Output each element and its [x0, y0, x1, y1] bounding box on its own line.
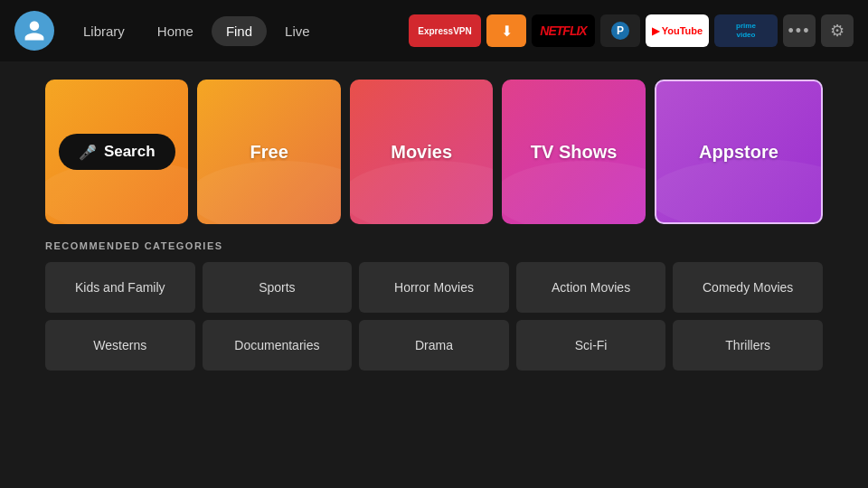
categories-section: RECOMMENDED CATEGORIES Kids and FamilySp… — [0, 235, 868, 371]
prime-label: primevideo — [736, 22, 756, 39]
peacock-icon: P — [609, 20, 631, 42]
header: Library Home Find Live ExpressVPN ⬇ NETF… — [0, 0, 868, 61]
category-btn[interactable]: Comedy Movies — [673, 262, 823, 313]
category-btn[interactable]: Kids and Family — [45, 262, 195, 313]
nav-live[interactable]: Live — [270, 16, 325, 46]
tile-tvshows-label: TV Shows — [531, 142, 618, 163]
categories-grid: Kids and FamilySportsHorror MoviesAction… — [45, 262, 823, 371]
nav-bar: Library Home Find Live — [69, 16, 325, 46]
netflix-label: NETFLIX — [540, 23, 586, 38]
mic-icon: 🎤 — [79, 144, 97, 161]
app-shortcuts: ExpressVPN ⬇ NETFLIX P ▶ YouTube primevi… — [409, 14, 854, 47]
tile-appstore[interactable]: Appstore — [655, 80, 823, 224]
settings-button[interactable]: ⚙ — [821, 14, 854, 47]
tile-movies-label: Movies — [391, 142, 452, 163]
category-btn[interactable]: Drama — [359, 320, 509, 371]
avatar[interactable] — [14, 11, 54, 51]
search-label: Search — [104, 143, 156, 161]
downloader-icon: ⬇ — [501, 23, 513, 40]
youtube-label: ▶ YouTube — [652, 25, 703, 37]
downloader-button[interactable]: ⬇ — [486, 14, 526, 47]
more-button[interactable]: ••• — [783, 14, 816, 47]
expressvpn-button[interactable]: ExpressVPN — [409, 14, 481, 47]
tile-free[interactable]: Free — [197, 80, 340, 224]
svg-text:P: P — [617, 24, 624, 37]
expressvpn-label: ExpressVPN — [418, 26, 471, 36]
category-btn[interactable]: Sci-Fi — [516, 320, 666, 371]
tiles-row: 🎤 Search Free Movies TV Shows Appstore — [45, 80, 823, 224]
category-btn[interactable]: Horror Movies — [359, 262, 509, 313]
nav-library[interactable]: Library — [69, 16, 139, 46]
tile-appstore-label: Appstore — [699, 142, 778, 163]
search-button[interactable]: 🎤 Search — [59, 134, 175, 170]
prime-button[interactable]: primevideo — [714, 14, 778, 47]
peacock-button[interactable]: P — [600, 14, 640, 47]
tile-free-label: Free — [250, 142, 288, 163]
category-btn[interactable]: Thrillers — [673, 320, 823, 371]
tile-search[interactable]: 🎤 Search — [45, 80, 188, 224]
category-btn[interactable]: Documentaries — [203, 320, 353, 371]
youtube-button[interactable]: ▶ YouTube — [646, 14, 709, 47]
main-content: 🎤 Search Free Movies TV Shows Appstore — [0, 61, 868, 235]
category-btn[interactable]: Action Movies — [516, 262, 666, 313]
netflix-button[interactable]: NETFLIX — [532, 14, 595, 47]
nav-home[interactable]: Home — [143, 16, 208, 46]
category-btn[interactable]: Sports — [203, 262, 353, 313]
section-title: RECOMMENDED CATEGORIES — [45, 240, 823, 251]
category-btn[interactable]: Westerns — [45, 320, 195, 371]
nav-find[interactable]: Find — [212, 16, 267, 46]
tile-tvshows[interactable]: TV Shows — [502, 80, 645, 224]
tile-movies[interactable]: Movies — [350, 80, 493, 224]
